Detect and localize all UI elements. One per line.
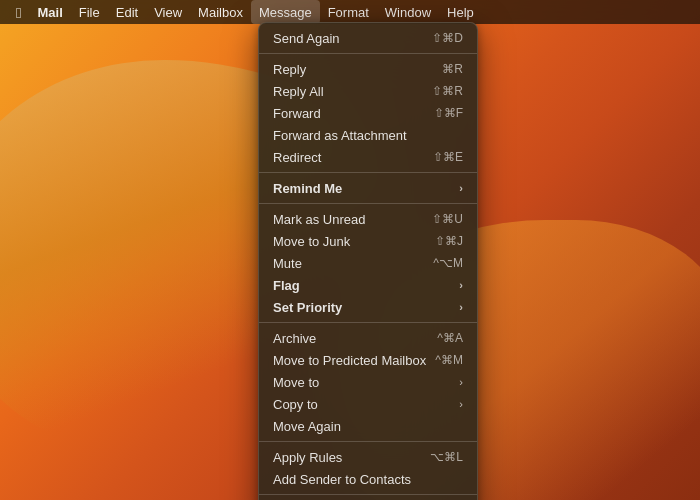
separator-3 xyxy=(259,203,477,204)
menu-item-set-priority[interactable]: Set Priority › xyxy=(259,296,477,318)
copy-to-arrow: › xyxy=(459,398,463,410)
menu-item-add-sender[interactable]: Add Sender to Contacts xyxy=(259,468,477,490)
menubar-view[interactable]: View xyxy=(146,0,190,24)
flag-arrow: › xyxy=(459,279,463,291)
menubar-edit[interactable]: Edit xyxy=(108,0,146,24)
separator-1 xyxy=(259,53,477,54)
menu-item-remind-me[interactable]: Remind Me › xyxy=(259,177,477,199)
separator-2 xyxy=(259,172,477,173)
menu-item-move-again[interactable]: Move Again xyxy=(259,415,477,437)
separator-6 xyxy=(259,494,477,495)
menu-item-mark-unread[interactable]: Mark as Unread ⇧⌘U xyxy=(259,208,477,230)
menu-item-mute[interactable]: Mute ^⌥M xyxy=(259,252,477,274)
apple-menu[interactable]:  xyxy=(8,0,29,24)
menu-item-flag[interactable]: Flag › xyxy=(259,274,477,296)
menu-item-move-junk[interactable]: Move to Junk ⇧⌘J xyxy=(259,230,477,252)
menubar-mailbox[interactable]: Mailbox xyxy=(190,0,251,24)
menu-item-redirect[interactable]: Redirect ⇧⌘E xyxy=(259,146,477,168)
menu-item-reply-all[interactable]: Reply All ⇧⌘R xyxy=(259,80,477,102)
menubar-file[interactable]: File xyxy=(71,0,108,24)
menu-item-send-again[interactable]: Send Again ⇧⌘D xyxy=(259,27,477,49)
menu-item-archive[interactable]: Archive ^⌘A xyxy=(259,327,477,349)
set-priority-arrow: › xyxy=(459,301,463,313)
separator-4 xyxy=(259,322,477,323)
separator-5 xyxy=(259,441,477,442)
menu-item-apply-rules[interactable]: Apply Rules ⌥⌘L xyxy=(259,446,477,468)
menu-item-move-to[interactable]: Move to › xyxy=(259,371,477,393)
menubar-message[interactable]: Message xyxy=(251,0,320,24)
menubar-help[interactable]: Help xyxy=(439,0,482,24)
menubar:  Mail File Edit View Mailbox Message Fo… xyxy=(0,0,700,24)
menu-item-forward-attachment[interactable]: Forward as Attachment xyxy=(259,124,477,146)
menu-item-reply[interactable]: Reply ⌘R xyxy=(259,58,477,80)
menubar-mail[interactable]: Mail xyxy=(29,0,70,24)
remind-me-arrow: › xyxy=(459,182,463,194)
menu-item-move-predicted[interactable]: Move to Predicted Mailbox ^⌘M xyxy=(259,349,477,371)
menubar-format[interactable]: Format xyxy=(320,0,377,24)
desktop:  Mail File Edit View Mailbox Message Fo… xyxy=(0,0,700,500)
move-to-arrow: › xyxy=(459,376,463,388)
message-menu: Send Again ⇧⌘D Reply ⌘R Reply All ⇧⌘R Fo… xyxy=(258,22,478,500)
menubar-window[interactable]: Window xyxy=(377,0,439,24)
menu-item-forward[interactable]: Forward ⇧⌘F xyxy=(259,102,477,124)
menu-item-copy-to[interactable]: Copy to › xyxy=(259,393,477,415)
